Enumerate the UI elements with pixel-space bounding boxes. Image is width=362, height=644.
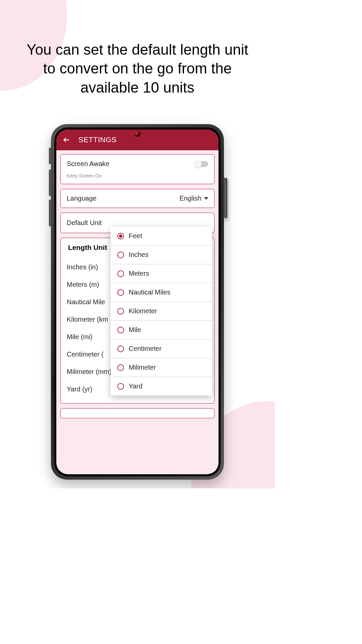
phone-side-button xyxy=(49,200,52,226)
radio-icon xyxy=(117,289,124,296)
phone-frame: SETTINGS Screen Awake Keep Screen On. La… xyxy=(51,124,224,480)
unit-option-kilometer[interactable]: Kilometer xyxy=(111,302,212,320)
screen-awake-subtitle: Keep Screen On. xyxy=(67,173,208,178)
unit-option-mile[interactable]: Mile xyxy=(111,320,212,339)
phone-side-button xyxy=(49,169,52,196)
default-unit-popover: Feet Inches Meters Nautical Miles Kilome… xyxy=(111,227,212,395)
unit-option-feet[interactable]: Feet xyxy=(111,227,212,245)
unit-option-inches[interactable]: Inches xyxy=(111,245,212,264)
screen-awake-toggle[interactable] xyxy=(195,161,208,167)
app-screen: SETTINGS Screen Awake Keep Screen On. La… xyxy=(56,129,219,474)
screen-awake-card: Screen Awake Keep Screen On. xyxy=(60,154,215,184)
unit-option-milimeter[interactable]: Milimeter xyxy=(111,358,212,377)
unit-option-nautical-miles[interactable]: Nautical Miles xyxy=(111,283,212,302)
unit-option-meters[interactable]: Meters xyxy=(111,264,212,283)
language-label: Language xyxy=(67,195,97,202)
language-value: English xyxy=(179,195,201,202)
radio-icon xyxy=(117,308,124,315)
unit-option-yard[interactable]: Yard xyxy=(111,377,212,395)
appbar-title: SETTINGS xyxy=(78,136,117,144)
screen-awake-title: Screen Awake xyxy=(67,160,110,168)
radio-icon xyxy=(117,345,124,352)
radio-selected-icon xyxy=(117,233,124,239)
promo-headline: You can set the default length unit to c… xyxy=(20,40,255,97)
back-arrow-icon[interactable] xyxy=(62,136,70,144)
phone-side-button xyxy=(223,178,227,218)
radio-icon xyxy=(117,252,124,258)
radio-icon xyxy=(117,383,124,390)
phone-side-button xyxy=(49,148,52,164)
language-card[interactable]: Language English xyxy=(60,189,215,208)
next-card-partial xyxy=(60,408,215,418)
settings-content: Screen Awake Keep Screen On. Language En… xyxy=(56,150,219,474)
default-unit-label: Default Unit xyxy=(67,219,102,226)
chevron-down-icon xyxy=(204,197,208,200)
unit-option-centimeter[interactable]: Centimeter xyxy=(111,339,212,358)
radio-icon xyxy=(117,327,124,333)
radio-icon xyxy=(117,270,124,277)
phone-camera xyxy=(134,131,140,137)
radio-icon xyxy=(117,364,124,371)
